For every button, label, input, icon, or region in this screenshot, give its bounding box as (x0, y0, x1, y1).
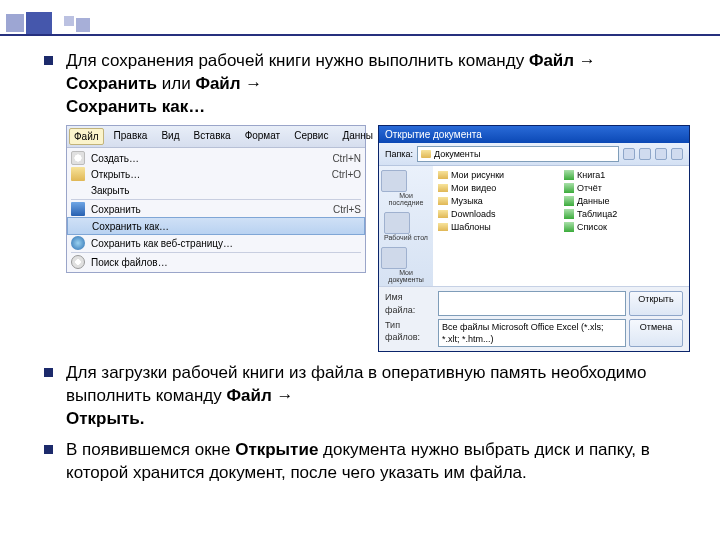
list-item[interactable]: Мои рисунки (438, 169, 558, 181)
excel-icon (564, 183, 574, 193)
list-item[interactable]: Данные (564, 195, 684, 207)
slide-content: Для сохранения рабочей книги нужно выпол… (40, 50, 690, 493)
menu-item-save[interactable]: СохранитьCtrl+S (67, 201, 365, 217)
list-item[interactable]: Downloads (438, 208, 558, 220)
blank-icon (72, 219, 86, 233)
filename-label: Имя файла: (385, 291, 435, 315)
excel-icon (564, 209, 574, 219)
open-dialog-screenshot: Открытие документа Папка: Документы Мои … (378, 125, 690, 352)
dialog-titlebar: Открытие документа (379, 126, 689, 144)
menubar: Файл Правка Вид Вставка Формат Сервис Да… (67, 126, 365, 149)
folder-icon (438, 184, 448, 192)
place-mydocs[interactable]: Мои документы (381, 247, 431, 283)
menu-tools[interactable]: Сервис (290, 128, 332, 146)
views-icon[interactable] (671, 148, 683, 160)
menu-format[interactable]: Формат (241, 128, 285, 146)
bullet-2: Для загрузки рабочей книги из файла в оп… (40, 362, 690, 431)
find-icon (71, 255, 85, 269)
new-icon (71, 151, 85, 165)
look-in-combo[interactable]: Документы (417, 146, 619, 162)
list-item[interactable]: Книга1 (564, 169, 684, 181)
filename-input[interactable] (438, 291, 626, 315)
list-item[interactable]: Мои видео (438, 182, 558, 194)
open-button[interactable]: Открыть (629, 291, 683, 315)
folder-icon (438, 223, 448, 231)
menu-view[interactable]: Вид (157, 128, 183, 146)
menu-item-save-as[interactable]: Сохранить как… (67, 217, 365, 235)
folder-icon (438, 171, 448, 179)
list-item[interactable]: Список (564, 221, 684, 233)
place-desktop[interactable]: Рабочий стол (384, 212, 428, 241)
menu-file[interactable]: Файл (69, 128, 104, 146)
look-in-label: Папка: (385, 148, 413, 160)
menu-insert[interactable]: Вставка (189, 128, 234, 146)
open-icon (71, 167, 85, 181)
menu-item-save-web[interactable]: Сохранить как веб-страницу… (67, 235, 365, 251)
bullet-3: В появившемся окне Открытие документа ну… (40, 439, 690, 485)
back-icon[interactable] (623, 148, 635, 160)
header-decoration (0, 10, 720, 36)
list-item[interactable]: Отчёт (564, 182, 684, 194)
folder-icon (421, 150, 431, 158)
folder-icon (438, 197, 448, 205)
filetype-label: Тип файлов: (385, 319, 435, 347)
place-recent[interactable]: Мои последние (381, 170, 431, 206)
web-icon (71, 236, 85, 250)
blank-icon (71, 183, 85, 197)
menu-item-new[interactable]: Создать…Ctrl+N (67, 150, 365, 166)
cancel-button[interactable]: Отмена (629, 319, 683, 347)
save-icon (71, 202, 85, 216)
menu-data[interactable]: Данны (338, 128, 377, 146)
list-item[interactable]: Музыка (438, 195, 558, 207)
bullet-1: Для сохранения рабочей книги нужно выпол… (40, 50, 690, 352)
dialog-toolbar: Папка: Документы (379, 143, 689, 166)
excel-icon (564, 196, 574, 206)
menu-item-open[interactable]: Открыть…Ctrl+O (67, 166, 365, 182)
file-menu-screenshot: Файл Правка Вид Вставка Формат Сервис Да… (66, 125, 366, 274)
excel-icon (564, 170, 574, 180)
filetype-combo[interactable]: Все файлы Microsoft Office Excel (*.xls;… (438, 319, 626, 347)
up-icon[interactable] (639, 148, 651, 160)
menu-item-find-files[interactable]: Поиск файлов… (67, 254, 365, 270)
menu-item-close[interactable]: Закрыть (67, 182, 365, 198)
delete-icon[interactable] (655, 148, 667, 160)
places-bar: Мои последние Рабочий стол Мои документы (379, 166, 433, 286)
excel-icon (564, 222, 574, 232)
file-list[interactable]: Мои рисунки Книга1 Мои видео Отчёт Музык… (433, 166, 689, 286)
list-item[interactable]: Шаблоны (438, 221, 558, 233)
folder-icon (438, 210, 448, 218)
menu-edit[interactable]: Правка (110, 128, 152, 146)
list-item[interactable]: Таблица2 (564, 208, 684, 220)
